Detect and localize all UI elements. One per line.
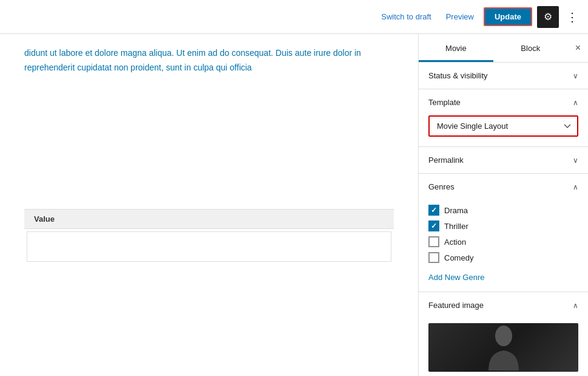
template-content: Movie Single Layout Default Template Ful… <box>419 115 588 146</box>
genre-list: ✓Drama✓ThrillerActionComedy <box>428 200 578 268</box>
template-section: Template ∧ Movie Single Layout Default T… <box>419 89 588 147</box>
genres-content: ✓Drama✓ThrillerActionComedy Add New Genr… <box>419 200 588 292</box>
settings-button[interactable]: ⚙ <box>537 6 559 28</box>
genre-checkbox-action[interactable] <box>428 236 439 247</box>
genre-label: Drama <box>444 206 468 215</box>
genre-label: Thriller <box>444 222 468 231</box>
featured-image-section: Featured image ∧ <box>419 292 588 376</box>
content-paragraph: didunt ut labore et dolore magna aliqua.… <box>24 46 394 75</box>
status-visibility-header[interactable]: Status & visibility ∨ <box>419 63 588 89</box>
table-value-input[interactable] <box>27 231 391 262</box>
close-icon: × <box>575 43 581 53</box>
genres-section: Genres ∧ ✓Drama✓ThrillerActionComedy Add… <box>419 174 588 292</box>
sidebar-tabs: Movie Block × <box>419 34 588 63</box>
chevron-up-icon-featured: ∧ <box>573 301 578 310</box>
genre-label: Comedy <box>444 253 473 262</box>
close-sidebar-button[interactable]: × <box>568 34 588 62</box>
genre-item: Action <box>428 234 578 250</box>
switch-to-draft-button[interactable]: Switch to draft <box>376 10 436 24</box>
chevron-down-icon: ∨ <box>573 72 578 80</box>
main-layout: didunt ut labore et dolore magna aliqua.… <box>0 34 588 376</box>
tab-movie[interactable]: Movie <box>419 34 493 62</box>
svg-point-0 <box>495 326 512 346</box>
featured-image-content <box>419 323 588 376</box>
permalink-label: Permalink <box>428 156 464 165</box>
gear-icon: ⚙ <box>544 11 552 22</box>
more-icon: ⋮ <box>566 10 578 24</box>
person-silhouette-icon <box>485 325 522 371</box>
chevron-up-icon-genres: ∧ <box>573 183 578 191</box>
permalink-section: Permalink ∨ <box>419 147 588 174</box>
checkmark-icon: ✓ <box>431 206 437 214</box>
table-area: Value <box>24 209 394 266</box>
table-column-header: Value <box>24 210 394 229</box>
template-label: Template <box>428 98 461 107</box>
featured-image-label: Featured image <box>428 301 484 310</box>
chevron-up-icon: ∧ <box>573 98 578 107</box>
chevron-down-icon-permalink: ∨ <box>573 156 578 165</box>
genre-item: ✓Drama <box>428 202 578 218</box>
genre-checkbox-drama[interactable]: ✓ <box>428 205 439 216</box>
permalink-header[interactable]: Permalink ∨ <box>419 147 588 173</box>
featured-image-preview-inner <box>428 323 578 372</box>
update-button[interactable]: Update <box>484 7 532 26</box>
featured-image-preview[interactable] <box>428 323 578 372</box>
sidebar: Movie Block × Status & visibility ∨ Temp… <box>418 34 588 376</box>
tab-block[interactable]: Block <box>493 34 568 62</box>
toolbar: Switch to draft Preview Update ⚙ ⋮ <box>0 0 588 34</box>
genre-checkbox-thriller[interactable]: ✓ <box>428 220 439 231</box>
status-visibility-section: Status & visibility ∨ <box>419 63 588 89</box>
genre-item: Comedy <box>428 250 578 265</box>
template-header[interactable]: Template ∧ <box>419 89 588 115</box>
genre-item: ✓Thriller <box>428 218 578 234</box>
template-select[interactable]: Movie Single Layout Default Template Ful… <box>428 115 578 137</box>
table-input-cell <box>24 229 394 266</box>
genre-checkbox-comedy[interactable] <box>428 252 439 263</box>
featured-image-header[interactable]: Featured image ∧ <box>419 292 588 318</box>
status-visibility-label: Status & visibility <box>428 71 488 80</box>
add-new-genre-link[interactable]: Add New Genre <box>428 273 578 282</box>
content-area: didunt ut labore et dolore magna aliqua.… <box>0 34 418 376</box>
genres-label: Genres <box>428 182 455 191</box>
more-options-button[interactable]: ⋮ <box>564 7 581 27</box>
checkmark-icon: ✓ <box>431 222 437 230</box>
genres-header[interactable]: Genres ∧ <box>419 174 588 200</box>
genre-label: Action <box>444 238 466 247</box>
preview-button[interactable]: Preview <box>441 10 479 24</box>
